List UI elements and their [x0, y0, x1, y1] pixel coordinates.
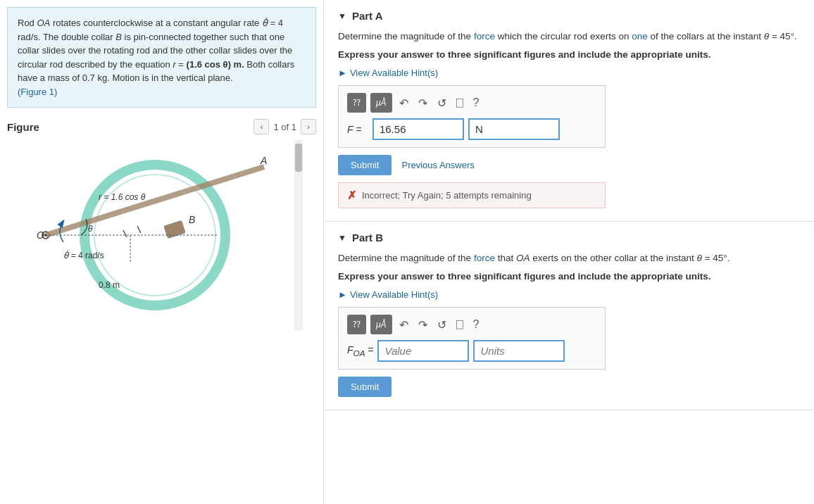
- part-a-input-label: F =: [347, 124, 368, 135]
- part-b-units-input[interactable]: [473, 340, 565, 362]
- part-a-matrix-button[interactable]: ⁇: [347, 93, 366, 113]
- matrix-icon: ⁇: [353, 98, 361, 108]
- part-b-header: ▼ Part B: [338, 232, 800, 244]
- part-a-section: ▼ Part A Determine the magnitude of the …: [324, 0, 814, 222]
- part-a-prev-answers-link[interactable]: Previous Answers: [401, 160, 474, 170]
- figure-nav: ‹ 1 of 1 ›: [253, 119, 316, 134]
- part-b-collapse-icon[interactable]: ▼: [338, 233, 346, 243]
- part-b-hint-link[interactable]: ► View Available Hint(s): [338, 289, 800, 300]
- part-b-mu-button[interactable]: μÅ: [370, 315, 392, 334]
- part-b-redo-button[interactable]: ↷: [415, 315, 430, 334]
- part-a-instruction: Express your answer to three significant…: [338, 47, 800, 63]
- part-a-header: ▼ Part A: [338, 10, 800, 22]
- part-b-undo-button[interactable]: ↶: [396, 315, 411, 334]
- part-b-description: Determine the magnitude of the force tha…: [338, 251, 800, 266]
- part-a-error-text: Incorrect; Try Again; 5 attempts remaini…: [362, 190, 532, 201]
- part-a-reset-button[interactable]: ↺: [434, 93, 449, 113]
- b-label: B: [189, 214, 195, 225]
- part-a-input-area: ⁇ μÅ ↶ ↷ ↺ ⎕ ? F =: [338, 85, 606, 148]
- figure-canvas: O A B r = 1.6 cos θ θ̇ = 4 rad/s: [7, 140, 303, 330]
- part-b-input-row: FOA =: [347, 340, 596, 362]
- part-a-description: Determine the magnitude of the force whi…: [338, 29, 800, 44]
- part-b-keyboard-button[interactable]: ⎕: [453, 315, 466, 334]
- mu-icon: μÅ: [376, 98, 387, 108]
- part-a-submit-row: Submit Previous Answers: [338, 155, 800, 175]
- part-a-toolbar: ⁇ μÅ ↶ ↷ ↺ ⎕ ?: [347, 93, 596, 113]
- figure-prev-button[interactable]: ‹: [253, 119, 269, 134]
- part-a-help-button[interactable]: ?: [470, 93, 482, 113]
- equation-label: r = 1.6 cos θ: [99, 192, 146, 202]
- figure-next-button[interactable]: ›: [301, 119, 316, 134]
- part-a-submit-button[interactable]: Submit: [338, 155, 392, 175]
- part-a-hint-link[interactable]: ► View Available Hint(s): [338, 68, 800, 78]
- problem-text: Rod OA rotates counterclockwise at a con…: [18, 18, 294, 83]
- hint-triangle-icon: ►: [338, 68, 347, 78]
- part-a-undo-button[interactable]: ↶: [396, 93, 411, 113]
- o-label: O: [37, 229, 44, 241]
- part-b-matrix-icon: ⁇: [353, 320, 361, 329]
- theta-label: θ: [88, 224, 93, 234]
- omega-label: θ̇ = 4 rad/s: [63, 250, 104, 260]
- part-a-value-input[interactable]: [372, 118, 464, 140]
- part-b-hint-text: View Available Hint(s): [350, 289, 438, 300]
- svg-rect-12: [295, 144, 302, 172]
- part-a-mu-button[interactable]: μÅ: [370, 93, 392, 113]
- problem-statement: Rod OA rotates counterclockwise at a con…: [7, 7, 316, 108]
- part-b-label: Part B: [352, 232, 383, 244]
- figure-svg: O A B r = 1.6 cos θ θ̇ = 4 rad/s: [7, 140, 303, 330]
- part-a-redo-button[interactable]: ↷: [415, 93, 430, 113]
- part-b-value-input[interactable]: [377, 340, 469, 362]
- figure-section: Figure ‹ 1 of 1 › O: [7, 119, 316, 330]
- figure-counter: 1 of 1: [273, 122, 296, 132]
- figure-title: Figure: [7, 121, 39, 133]
- part-b-mu-icon: μÅ: [376, 320, 387, 329]
- part-b-section: ▼ Part B Determine the magnitude of the …: [324, 222, 814, 410]
- a-label: A: [260, 155, 267, 166]
- part-a-units-input[interactable]: [468, 118, 560, 140]
- part-b-reset-button[interactable]: ↺: [434, 315, 449, 334]
- part-b-input-area: ⁇ μÅ ↶ ↷ ↺ ⎕ ? FOA =: [338, 307, 606, 370]
- part-b-submit-button[interactable]: Submit: [338, 377, 392, 397]
- part-b-matrix-button[interactable]: ⁇: [347, 315, 366, 334]
- part-a-hint-text: View Available Hint(s): [350, 68, 438, 78]
- part-b-hint-triangle-icon: ►: [338, 289, 347, 300]
- part-b-input-label: FOA =: [347, 344, 373, 358]
- part-a-collapse-icon[interactable]: ▼: [338, 11, 346, 21]
- part-b-toolbar: ⁇ μÅ ↶ ↷ ↺ ⎕ ?: [347, 315, 596, 334]
- part-a-keyboard-button[interactable]: ⎕: [453, 93, 466, 113]
- part-b-submit-row: Submit: [338, 377, 800, 397]
- part-a-input-row: F =: [347, 118, 596, 140]
- part-b-instruction: Express your answer to three significant…: [338, 269, 800, 284]
- part-a-label: Part A: [352, 10, 383, 22]
- part-a-error-box: ✗ Incorrect; Try Again; 5 attempts remai…: [338, 182, 606, 208]
- error-icon: ✗: [347, 189, 356, 202]
- figure-link[interactable]: (Figure 1): [18, 87, 57, 97]
- dim-label: 0.8 m: [99, 280, 120, 290]
- part-b-help-button[interactable]: ?: [470, 315, 482, 334]
